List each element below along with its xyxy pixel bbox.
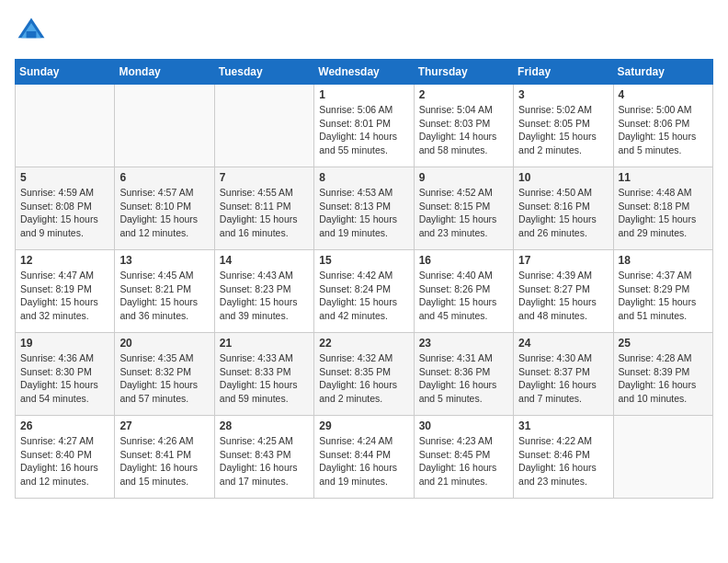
day-number: 19 <box>20 337 109 350</box>
svg-rect-2 <box>27 31 37 38</box>
day-number: 30 <box>419 419 508 432</box>
day-info: Sunrise: 4:55 AMSunset: 8:11 PMDaylight:… <box>220 186 309 240</box>
day-info: Sunrise: 4:48 AMSunset: 8:18 PMDaylight:… <box>619 186 708 240</box>
calendar-cell: 14Sunrise: 4:43 AMSunset: 8:23 PMDayligh… <box>214 250 313 333</box>
day-number: 21 <box>220 337 309 350</box>
day-number: 29 <box>319 419 408 432</box>
calendar-cell: 2Sunrise: 5:04 AMSunset: 8:03 PMDaylight… <box>414 85 513 167</box>
calendar-cell: 18Sunrise: 4:37 AMSunset: 8:29 PMDayligh… <box>613 250 712 333</box>
calendar-cell: 26Sunrise: 4:27 AMSunset: 8:40 PMDayligh… <box>16 416 115 499</box>
day-info: Sunrise: 4:40 AMSunset: 8:26 PMDaylight:… <box>419 269 508 323</box>
weekday-header-friday: Friday <box>514 60 613 85</box>
day-info: Sunrise: 5:02 AMSunset: 8:05 PMDaylight:… <box>518 103 608 157</box>
day-number: 20 <box>119 337 209 350</box>
calendar-cell <box>16 85 115 167</box>
calendar-cell: 1Sunrise: 5:06 AMSunset: 8:01 PMDaylight… <box>314 85 414 167</box>
day-number: 24 <box>518 337 608 350</box>
day-info: Sunrise: 4:33 AMSunset: 8:33 PMDaylight:… <box>220 351 309 406</box>
day-info: Sunrise: 5:00 AMSunset: 8:06 PMDaylight:… <box>619 103 708 157</box>
day-info: Sunrise: 4:23 AMSunset: 8:45 PMDaylight:… <box>419 434 508 488</box>
day-info: Sunrise: 4:28 AMSunset: 8:39 PMDaylight:… <box>619 351 708 406</box>
calendar-cell: 25Sunrise: 4:28 AMSunset: 8:39 PMDayligh… <box>613 333 712 416</box>
day-info: Sunrise: 4:59 AMSunset: 8:08 PMDaylight:… <box>20 186 109 240</box>
day-info: Sunrise: 4:24 AMSunset: 8:44 PMDaylight:… <box>319 434 408 488</box>
day-info: Sunrise: 4:22 AMSunset: 8:46 PMDaylight:… <box>518 434 608 488</box>
day-number: 10 <box>518 171 608 184</box>
calendar-week-4: 19Sunrise: 4:36 AMSunset: 8:30 PMDayligh… <box>16 333 713 416</box>
calendar-cell: 22Sunrise: 4:32 AMSunset: 8:35 PMDayligh… <box>314 333 414 416</box>
calendar-cell <box>613 416 712 499</box>
calendar-table: SundayMondayTuesdayWednesdayThursdayFrid… <box>15 59 713 499</box>
day-info: Sunrise: 4:27 AMSunset: 8:40 PMDaylight:… <box>20 434 109 488</box>
calendar-cell: 8Sunrise: 4:53 AMSunset: 8:13 PMDaylight… <box>314 167 414 250</box>
calendar-cell: 28Sunrise: 4:25 AMSunset: 8:43 PMDayligh… <box>214 416 313 499</box>
day-info: Sunrise: 4:42 AMSunset: 8:24 PMDaylight:… <box>319 269 408 323</box>
weekday-header-tuesday: Tuesday <box>214 60 313 85</box>
day-number: 18 <box>619 254 708 267</box>
calendar-header: SundayMondayTuesdayWednesdayThursdayFrid… <box>16 60 713 85</box>
calendar-cell: 3Sunrise: 5:02 AMSunset: 8:05 PMDaylight… <box>514 85 613 167</box>
day-number: 27 <box>119 419 209 432</box>
calendar-cell: 21Sunrise: 4:33 AMSunset: 8:33 PMDayligh… <box>214 333 313 416</box>
weekday-header-thursday: Thursday <box>414 60 513 85</box>
day-info: Sunrise: 4:30 AMSunset: 8:37 PMDaylight:… <box>518 351 608 406</box>
day-number: 28 <box>220 419 309 432</box>
calendar-cell: 29Sunrise: 4:24 AMSunset: 8:44 PMDayligh… <box>314 416 414 499</box>
calendar-week-5: 26Sunrise: 4:27 AMSunset: 8:40 PMDayligh… <box>16 416 713 499</box>
day-number: 12 <box>20 254 109 267</box>
day-number: 7 <box>220 171 309 184</box>
day-number: 25 <box>619 337 708 350</box>
day-info: Sunrise: 4:43 AMSunset: 8:23 PMDaylight:… <box>220 269 309 323</box>
day-number: 23 <box>419 337 508 350</box>
weekday-header-sunday: Sunday <box>16 60 115 85</box>
calendar-week-2: 5Sunrise: 4:59 AMSunset: 8:08 PMDaylight… <box>16 167 713 250</box>
day-number: 17 <box>518 254 608 267</box>
weekday-header-wednesday: Wednesday <box>314 60 414 85</box>
day-info: Sunrise: 5:06 AMSunset: 8:01 PMDaylight:… <box>319 103 408 157</box>
day-info: Sunrise: 4:31 AMSunset: 8:36 PMDaylight:… <box>419 351 508 406</box>
day-number: 11 <box>619 171 708 184</box>
calendar-cell: 20Sunrise: 4:35 AMSunset: 8:32 PMDayligh… <box>115 333 214 416</box>
calendar-cell: 6Sunrise: 4:57 AMSunset: 8:10 PMDaylight… <box>115 167 214 250</box>
calendar-cell: 4Sunrise: 5:00 AMSunset: 8:06 PMDaylight… <box>613 85 712 167</box>
day-number: 14 <box>220 254 309 267</box>
calendar-cell: 30Sunrise: 4:23 AMSunset: 8:45 PMDayligh… <box>414 416 513 499</box>
day-info: Sunrise: 4:53 AMSunset: 8:13 PMDaylight:… <box>319 186 408 240</box>
day-number: 2 <box>419 88 508 101</box>
calendar-cell <box>214 85 313 167</box>
day-number: 3 <box>518 88 608 101</box>
day-info: Sunrise: 4:32 AMSunset: 8:35 PMDaylight:… <box>319 351 408 406</box>
day-info: Sunrise: 4:26 AMSunset: 8:41 PMDaylight:… <box>119 434 209 488</box>
day-number: 31 <box>518 419 608 432</box>
day-number: 26 <box>20 419 109 432</box>
day-number: 4 <box>619 88 708 101</box>
day-number: 13 <box>119 254 209 267</box>
day-info: Sunrise: 4:35 AMSunset: 8:32 PMDaylight:… <box>119 351 209 406</box>
calendar-cell <box>115 85 214 167</box>
calendar-cell: 27Sunrise: 4:26 AMSunset: 8:41 PMDayligh… <box>115 416 214 499</box>
day-info: Sunrise: 4:39 AMSunset: 8:27 PMDaylight:… <box>518 269 608 323</box>
day-info: Sunrise: 4:45 AMSunset: 8:21 PMDaylight:… <box>119 269 209 323</box>
day-info: Sunrise: 4:47 AMSunset: 8:19 PMDaylight:… <box>20 269 109 323</box>
day-info: Sunrise: 4:52 AMSunset: 8:15 PMDaylight:… <box>419 186 508 240</box>
day-number: 6 <box>119 171 209 184</box>
calendar-cell: 17Sunrise: 4:39 AMSunset: 8:27 PMDayligh… <box>514 250 613 333</box>
calendar-cell: 10Sunrise: 4:50 AMSunset: 8:16 PMDayligh… <box>514 167 613 250</box>
calendar-cell: 23Sunrise: 4:31 AMSunset: 8:36 PMDayligh… <box>414 333 513 416</box>
day-info: Sunrise: 4:25 AMSunset: 8:43 PMDaylight:… <box>220 434 309 488</box>
calendar-cell: 13Sunrise: 4:45 AMSunset: 8:21 PMDayligh… <box>115 250 214 333</box>
calendar-body: 1Sunrise: 5:06 AMSunset: 8:01 PMDaylight… <box>16 85 713 499</box>
day-number: 16 <box>419 254 508 267</box>
day-number: 22 <box>319 337 408 350</box>
day-number: 8 <box>319 171 408 184</box>
calendar-cell: 7Sunrise: 4:55 AMSunset: 8:11 PMDaylight… <box>214 167 313 250</box>
calendar-cell: 9Sunrise: 4:52 AMSunset: 8:15 PMDaylight… <box>414 167 513 250</box>
calendar-cell: 31Sunrise: 4:22 AMSunset: 8:46 PMDayligh… <box>514 416 613 499</box>
day-info: Sunrise: 4:36 AMSunset: 8:30 PMDaylight:… <box>20 351 109 406</box>
logo <box>15 15 51 48</box>
calendar-cell: 24Sunrise: 4:30 AMSunset: 8:37 PMDayligh… <box>514 333 613 416</box>
day-info: Sunrise: 4:50 AMSunset: 8:16 PMDaylight:… <box>518 186 608 240</box>
calendar-cell: 19Sunrise: 4:36 AMSunset: 8:30 PMDayligh… <box>16 333 115 416</box>
calendar-cell: 11Sunrise: 4:48 AMSunset: 8:18 PMDayligh… <box>613 167 712 250</box>
day-number: 15 <box>319 254 408 267</box>
